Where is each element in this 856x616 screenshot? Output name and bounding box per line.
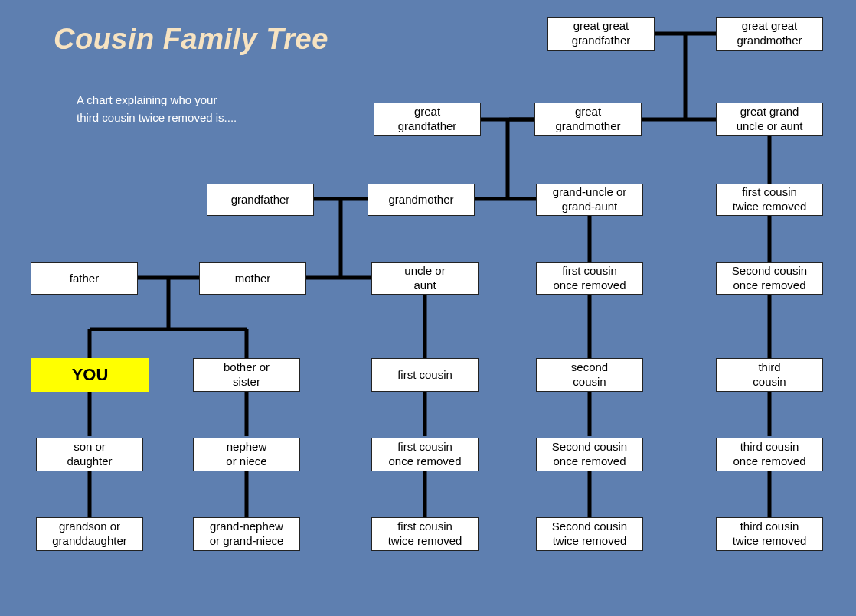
node-second-cousin-twice-removed: Second cousin twice removed bbox=[536, 517, 643, 551]
node-great-grandfather: great grandfather bbox=[374, 103, 481, 136]
node-third-cousin: third cousin bbox=[716, 358, 823, 392]
node-you: YOU bbox=[31, 358, 149, 392]
node-father: father bbox=[31, 262, 138, 295]
node-grand-nephew-niece: grand-nephew or grand-niece bbox=[193, 517, 300, 551]
node-first-cousin: first cousin bbox=[371, 358, 479, 392]
node-nephew-niece: nephew or niece bbox=[193, 438, 300, 471]
node-uncle-aunt: uncle or aunt bbox=[371, 262, 479, 295]
diagram-subtitle: A chart explaining who your third cousin… bbox=[77, 92, 237, 126]
node-mother: mother bbox=[199, 262, 306, 295]
node-son-daughter: son or daughter bbox=[36, 438, 143, 471]
node-gg-grandfather: great great grandfather bbox=[547, 17, 655, 51]
node-grandfather: grandfather bbox=[207, 184, 314, 216]
node-third-cousin-twice-removed: third cousin twice removed bbox=[716, 517, 823, 551]
node-second-cousin-once-removed-down: Second cousin once removed bbox=[536, 438, 643, 471]
node-grandmother: grandmother bbox=[368, 184, 475, 216]
node-first-cousin-once-removed-down: first cousin once removed bbox=[371, 438, 479, 471]
diagram-title: Cousin Family Tree bbox=[54, 23, 328, 56]
node-first-cousin-twice-removed-up: first cousin twice removed bbox=[716, 184, 823, 216]
node-first-cousin-once-removed-up: first cousin once removed bbox=[536, 262, 643, 295]
node-first-cousin-twice-removed-down: first cousin twice removed bbox=[371, 517, 479, 551]
node-grandson-granddaughter: grandson or granddaughter bbox=[36, 517, 143, 551]
node-great-grandmother: great grandmother bbox=[534, 103, 642, 136]
node-great-grand-uncle-aunt: great grand uncle or aunt bbox=[716, 103, 823, 136]
node-second-cousin: second cousin bbox=[536, 358, 643, 392]
node-gg-grandmother: great great grandmother bbox=[716, 17, 823, 51]
node-grand-uncle-aunt: grand-uncle or grand-aunt bbox=[536, 184, 643, 216]
node-third-cousin-once-removed: third cousin once removed bbox=[716, 438, 823, 471]
node-sibling: bother or sister bbox=[193, 358, 300, 392]
node-second-cousin-once-removed-up: Second cousin once removed bbox=[716, 262, 823, 295]
